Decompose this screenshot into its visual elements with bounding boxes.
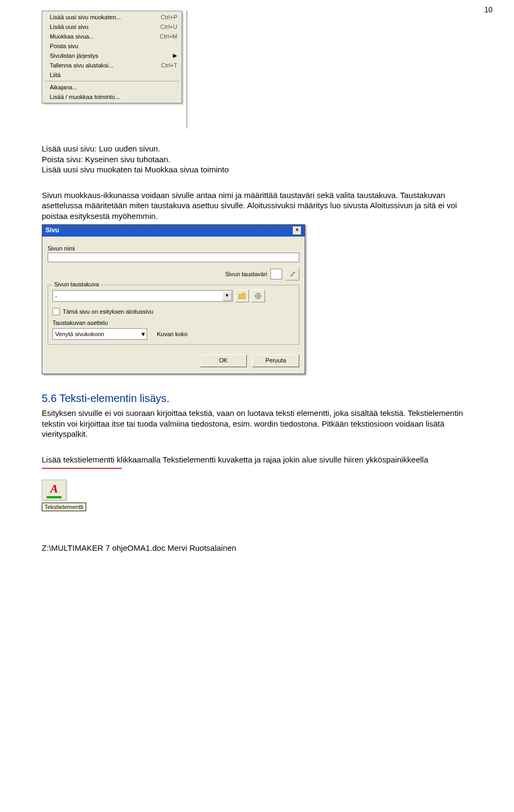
bgcolor-label: Sivun taustaväri — [225, 271, 267, 277]
bgimage-combo[interactable]: - ▼ — [52, 290, 233, 302]
menu-item-edit-page[interactable]: Muokkaa sivua... Ctrl+M — [42, 32, 182, 41]
section-body-1: Esityksen sivuille ei voi suoraan kirjoi… — [42, 408, 481, 439]
dialog-title-text: Sivu — [46, 226, 59, 235]
underline-bar — [47, 496, 62, 498]
text-icon: A — [42, 482, 66, 496]
menu-shortcut: Ctrl+T — [161, 62, 177, 69]
menu-label: Lisää uusi sivu — [50, 24, 88, 30]
menu-label: Sivulistan järjestys — [50, 52, 98, 59]
menu-label: Poista sivu — [50, 43, 78, 49]
menu-shortcut: Ctrl+U — [161, 24, 177, 30]
intro-line-3: Lisää uusi sivu muokaten tai Muokkaa siv… — [42, 164, 481, 175]
menu-item-save-template[interactable]: Tallenna sivu alustaksi... Ctrl+T — [42, 60, 182, 70]
menu-label: Lisää uusi sivu muokaten... — [50, 14, 121, 20]
error-underline — [42, 468, 122, 469]
menu-item-add-page[interactable]: Lisää uusi sivu Ctrl+U — [42, 22, 182, 32]
page-name-label: Sivun nimi — [48, 245, 299, 252]
section-heading: 5.6 Teksti-elementin lisäys. — [42, 392, 482, 405]
menu-item-add-page-edit[interactable]: Lisää uusi sivu muokaten... Ctrl+P — [42, 12, 182, 22]
menu-item-page-order[interactable]: Sivulistan järjestys ▶ — [42, 51, 182, 60]
menu-label: Tallenna sivu alustaksi... — [50, 62, 114, 69]
page-number: 10 — [484, 5, 493, 14]
menu-label: Liitä — [50, 72, 61, 78]
browse-folder-icon[interactable] — [235, 290, 249, 302]
page-name-input[interactable] — [48, 253, 299, 262]
bgimage-combo-value: - — [55, 293, 57, 299]
menu-label: Aikajana... — [50, 84, 77, 90]
intro-line-2: Poista sivu: Kyseinen sivu tuhotaan. — [42, 154, 481, 165]
startpage-checkbox[interactable] — [52, 308, 60, 315]
eyedropper-icon[interactable] — [285, 268, 299, 280]
text-element-toolbar-button[interactable]: A — [42, 480, 66, 500]
chevron-down-icon: ▼ — [140, 331, 146, 337]
globe-icon[interactable] — [251, 290, 265, 302]
ok-button[interactable]: OK — [200, 354, 247, 367]
startpage-checkbox-label: Tämä sivu on esityksen aloitussivu — [63, 308, 153, 315]
text-element-tooltip: Tekstielementti — [42, 503, 86, 511]
bgimage-group-title: Sivun taustakuva — [52, 281, 101, 287]
close-icon[interactable]: × — [293, 226, 301, 235]
intro-line-1: Lisää uusi sivu: Luo uuden sivun. — [42, 143, 481, 154]
layout-label: Taustakuvan asettelu — [52, 320, 294, 326]
page-dialog: Sivu × Sivun nimi Sivun taustaväri Sivun… — [42, 224, 305, 374]
menu-separator — [44, 81, 179, 81]
chevron-down-icon: ▼ — [222, 291, 232, 301]
bgcolor-swatch[interactable] — [270, 269, 282, 279]
submenu-arrow-icon: ▶ — [162, 52, 177, 59]
description-paragraph: Sivun muokkaus-ikkunassa voidaan sivulle… — [42, 190, 481, 222]
cancel-button[interactable]: Peruuta — [252, 354, 299, 367]
menu-label: Muokkaa sivua... — [50, 33, 94, 40]
menu-label: Lisää / muokkaa toiminto... — [50, 94, 120, 100]
section-body-2: Lisää tekstielementti klikkaamalla Tekst… — [42, 454, 481, 465]
divider — [186, 11, 187, 128]
svg-point-0 — [293, 272, 295, 274]
image-size-label: Kuvan koko — [157, 331, 187, 337]
menu-item-paste[interactable]: Liitä — [42, 70, 182, 80]
menu-item-delete-page[interactable]: Poista sivu — [42, 41, 182, 51]
layout-combo-value: Venytä sivukokoon — [55, 331, 104, 337]
footer-path: Z:\MULTIMAKER 7 ohjeOMA1.doc Mervi Ruots… — [42, 543, 482, 552]
menu-item-add-action[interactable]: Lisää / muokkaa toiminto... — [42, 92, 182, 102]
menu-shortcut: Ctrl+M — [160, 33, 177, 40]
menu-item-timeline[interactable]: Aikajana... — [42, 82, 182, 92]
layout-combo[interactable]: Venytä sivukokoon ▼ — [52, 328, 147, 340]
menu-shortcut: Ctrl+P — [161, 14, 177, 20]
context-menu: Lisää uusi sivu muokaten... Ctrl+P Lisää… — [42, 11, 182, 103]
